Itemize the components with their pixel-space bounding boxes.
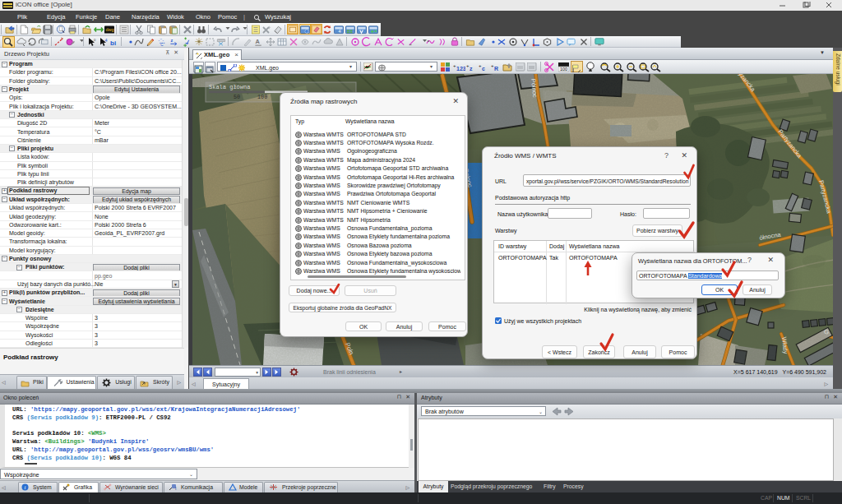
svg-text:Skala główna: Skala główna [209,84,250,90]
svg-text:c: c [482,66,485,72]
svg-text:bi: bi [110,39,116,47]
svg-text:C: C [160,43,164,47]
svg-text:50: 50 [234,94,240,100]
svg-text:o: o [94,38,96,42]
svg-text:-`´-: -`´- [158,38,164,43]
svg-text:123: 123 [456,66,465,72]
svg-text:z: z [170,38,173,43]
svg-text:100: 100 [560,67,567,72]
svg-text:A: A [255,38,260,45]
svg-text:100: 100 [257,94,267,100]
svg-text:dwg: dwg [105,27,113,32]
svg-text:4: 4 [105,38,108,43]
svg-text:R: R [494,66,498,72]
svg-text:I: I [175,486,176,491]
svg-text:i: i [25,484,26,490]
svg-text:z: z [470,66,473,72]
svg-text:4: 4 [339,29,341,34]
